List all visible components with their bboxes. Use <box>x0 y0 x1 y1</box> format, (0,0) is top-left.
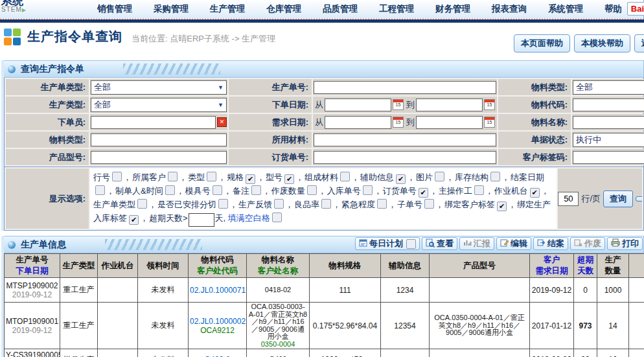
option-checkbox[interactable] <box>213 185 222 195</box>
column-header: 产品型号 <box>430 254 530 278</box>
toolbar-button-每日计划[interactable]: 每日计划 <box>355 237 420 250</box>
need-date-to-input[interactable] <box>416 116 483 129</box>
status-label: 单据状态: <box>498 132 571 148</box>
option-checkbox[interactable] <box>207 172 216 181</box>
toolbar-button-打印[interactable]: 打印 <box>607 237 643 250</box>
help-button[interactable]: 返回 <box>634 34 644 52</box>
title-bar: 生产指令单查询 当前位置: 点晴ERP子系统 -> 生产管理 本页面帮助本模块帮… <box>0 19 644 51</box>
option-checkbox[interactable] <box>251 185 261 195</box>
app-logo-clipped: 系统 STEM▶ <box>1 0 27 14</box>
option-checkbox[interactable] <box>95 185 105 195</box>
section-stripes-decor <box>105 239 202 250</box>
option-checkbox[interactable] <box>377 199 387 209</box>
menu-item[interactable]: 生产管理 <box>210 3 245 15</box>
material-code-link[interactable]: 02.JL0.1000071 <box>190 286 245 295</box>
material-type2-input[interactable] <box>91 133 227 146</box>
option-checkbox[interactable]: ✔ <box>246 174 255 184</box>
option-separator: ， <box>140 213 148 223</box>
menu-item[interactable]: 品质管理 <box>323 3 358 15</box>
page-unit-label: 行/页 <box>581 193 601 205</box>
material-type-select[interactable]: 全部 <box>573 80 644 95</box>
prod-type-cell: 重工生产 <box>60 303 98 349</box>
menu-item[interactable]: 财务管理 <box>435 3 470 15</box>
option-checkbox[interactable]: ✔ <box>497 202 507 211</box>
help-button[interactable]: 本模块帮助 <box>574 34 630 52</box>
option-checkbox[interactable] <box>274 199 284 209</box>
menu-item[interactable]: 仓库管理 <box>266 3 301 15</box>
material-name: OCA.0350-0003-A-01／雷正英文h8／h9／h11／h16／900… <box>248 303 308 341</box>
order-date-from-input[interactable] <box>325 98 391 111</box>
option-checkbox[interactable] <box>112 172 122 181</box>
spec-cell: 1020mm*50m <box>310 349 381 357</box>
help-button[interactable]: 本页面帮助 <box>514 34 570 52</box>
fill-blank-label[interactable]: 填满空白格 <box>228 213 270 223</box>
menu-item[interactable]: 销售管理 <box>97 3 132 15</box>
column-header: 客户需求日期 <box>530 254 574 278</box>
page-size-input[interactable] <box>558 192 579 206</box>
option-checkbox[interactable] <box>435 172 444 181</box>
menu-item[interactable]: 系统管理 <box>548 3 583 15</box>
toolbar-button-结案[interactable]: 结案 <box>533 237 568 250</box>
column-header-line1: 生产 <box>597 255 628 266</box>
option-checkbox[interactable]: ✔ <box>530 188 540 198</box>
calendar-icon[interactable]: 15 <box>484 117 495 128</box>
status-select[interactable]: 执行中 <box>573 133 644 147</box>
menu-item[interactable]: 工程管理 <box>379 3 414 15</box>
print-icon <box>611 238 620 249</box>
menu-item[interactable]: 采购管理 <box>154 3 189 15</box>
overdue-days-input[interactable] <box>189 213 214 227</box>
logo-text-bottom: STEM▶ <box>1 5 27 14</box>
option-label: 主操作工 <box>439 186 472 196</box>
option-checkbox[interactable] <box>424 199 434 209</box>
fill-blank-checkbox[interactable] <box>272 213 282 222</box>
used-material-input[interactable] <box>314 133 496 146</box>
order-date-to-input[interactable] <box>416 98 483 111</box>
option-checkbox[interactable]: ✔ <box>284 174 294 184</box>
order-date-label: 下单日期: <box>229 97 312 113</box>
option-checkbox[interactable] <box>168 172 178 181</box>
erp-production-order-query-page: { "colors":{"accent_navy":"#16386b","lin… <box>0 0 644 357</box>
option-checkbox[interactable] <box>490 172 500 181</box>
calendar-icon[interactable]: 15 <box>393 99 404 110</box>
clipped-button[interactable] <box>636 196 642 202</box>
toolbar-button-编辑[interactable]: 编辑 <box>496 237 531 250</box>
customer-tag-input[interactable] <box>573 151 644 164</box>
orderer-input[interactable] <box>91 116 216 129</box>
option-checkbox[interactable] <box>474 185 484 195</box>
option-checkbox[interactable] <box>340 172 350 181</box>
need-date-from-input[interactable] <box>325 116 391 129</box>
daily-plan-checkbox[interactable] <box>406 239 416 249</box>
toolbar-button-查看[interactable]: 查看 <box>422 237 457 250</box>
option-checkbox[interactable] <box>307 185 317 195</box>
material-name-cell: 0418-02 <box>247 278 310 303</box>
clear-icon[interactable]: ✕ <box>217 117 227 127</box>
option-checkbox[interactable] <box>137 199 147 209</box>
product-model-input[interactable] <box>91 151 227 164</box>
option-checkbox[interactable] <box>165 185 175 195</box>
prod-type-select[interactable]: 全部▼ <box>91 98 227 112</box>
calendar-icon[interactable]: 15 <box>484 99 495 110</box>
option-checkbox[interactable]: ✔ <box>129 215 139 225</box>
order-date: 2019-09-12 <box>6 326 58 335</box>
option-checkbox[interactable]: ✔ <box>419 188 428 198</box>
from-label: 从 <box>315 117 323 128</box>
toolbar-button-label: 结案 <box>547 238 564 249</box>
option-checkbox[interactable] <box>218 199 228 209</box>
menu-item[interactable]: 帮助 <box>604 3 622 15</box>
option-separator: ， <box>430 186 438 196</box>
order-form-input[interactable] <box>314 151 496 164</box>
order-type-select[interactable]: 全部▼ <box>91 80 227 95</box>
option-checkbox[interactable] <box>321 199 331 209</box>
option-checkbox[interactable]: ✔ <box>396 174 406 184</box>
material-code-link[interactable]: 02.JL0.1000002 <box>190 317 245 326</box>
option-checkbox[interactable] <box>363 185 373 195</box>
customer-tag-label: 客户标签码: <box>498 149 571 165</box>
option-label: 辅助信息 <box>360 172 394 182</box>
product-model-label: 产品型号: <box>6 149 89 165</box>
search-button[interactable]: 查询 <box>603 190 633 207</box>
material-code-input[interactable] <box>573 98 644 111</box>
menu-item[interactable]: 报表查询 <box>492 3 527 15</box>
calendar-icon[interactable]: 15 <box>393 117 404 128</box>
material-name-input[interactable] <box>573 116 644 129</box>
order-no-input[interactable] <box>314 81 496 94</box>
